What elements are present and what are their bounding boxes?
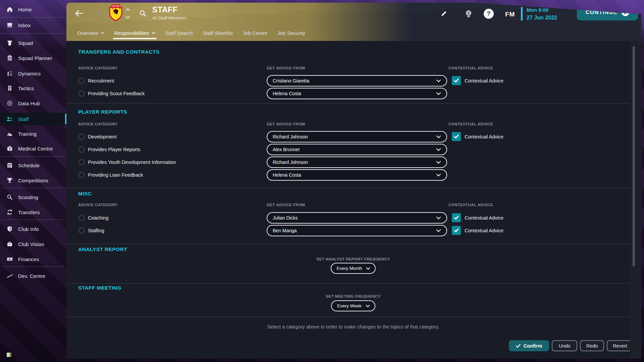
scrollbar-gutter: [630, 41, 641, 359]
advisor-dropdown[interactable]: Julian Dicks: [267, 212, 447, 224]
sidebar-item-inbox[interactable]: Inbox: [0, 19, 66, 32]
tab-job-security[interactable]: Job Security: [277, 25, 305, 41]
tactics-icon: [6, 84, 14, 92]
advisor-dropdown[interactable]: Richard Johnson: [267, 157, 447, 168]
frequency-control-wrap: Every Month: [76, 263, 630, 274]
tab-job-centre[interactable]: Job Centre: [243, 25, 267, 41]
sidebar-item-home[interactable]: Home: [0, 3, 66, 16]
section-title: TRANSFERS AND CONTRACTS: [78, 49, 160, 55]
sidebar-item-label: Club Info: [18, 226, 39, 232]
advisor-name: Cristiano Giaretta: [273, 78, 309, 83]
section-divider: [66, 317, 630, 317]
sidebar-item-dynamics[interactable]: Dynamics: [0, 67, 66, 80]
sidebar-item-label: Inbox: [18, 22, 31, 28]
confirm-button[interactable]: Confirm: [509, 340, 549, 351]
sidebar-item-dev-centre[interactable]: Dev. Centre: [0, 269, 66, 282]
sidebar-item-training[interactable]: Training: [0, 127, 66, 140]
fm-logo[interactable]: FM: [505, 11, 515, 18]
advisor-dropdown[interactable]: Ben Manga: [267, 225, 447, 236]
advice-row: Provides Youth Development Information R…: [78, 156, 623, 169]
tab-responsibilities[interactable]: Responsibilities: [114, 25, 155, 41]
advisor-dropdown[interactable]: Cristiano Giaretta: [267, 75, 447, 86]
undo-button[interactable]: Undo: [552, 340, 577, 351]
redo-button[interactable]: Redo: [580, 340, 604, 351]
contextual-advice-checkbox[interactable]: [452, 213, 461, 222]
chevron-down-icon: [152, 32, 155, 34]
section-divider: [66, 188, 630, 188]
revert-button[interactable]: Revert: [607, 340, 633, 351]
sidebar-item-competitions[interactable]: Competitions: [0, 174, 66, 187]
sidebar-item-label: Schedule: [18, 163, 40, 168]
sidebar-item-club-info[interactable]: Club Info: [0, 223, 66, 235]
forward-button[interactable]: [92, 7, 104, 19]
advice-row: Providing Scout Feedback Helena Costa: [78, 87, 623, 100]
sidebar-item-tactics[interactable]: Tactics: [0, 82, 66, 95]
tab-staff-search[interactable]: Staff Search: [165, 25, 193, 41]
category-radio[interactable]: [78, 215, 85, 221]
sidebar-item-club-vision[interactable]: Club Vision: [0, 238, 66, 250]
advisor-dropdown[interactable]: Helena Costa: [267, 169, 447, 181]
tab-overview[interactable]: Overview: [77, 25, 104, 41]
chevron-down-icon: [366, 305, 370, 307]
frequency-control-wrap: Every Week: [76, 300, 630, 311]
back-button[interactable]: [73, 7, 85, 19]
contextual-advice-checkbox[interactable]: [452, 76, 461, 85]
home-icon: [6, 6, 14, 13]
advisor-dropdown[interactable]: Alex Brunner: [267, 144, 447, 155]
team-switcher[interactable]: [125, 8, 130, 19]
tab-label: Overview: [77, 30, 98, 36]
sidebar-item-label: Data Hub: [18, 101, 40, 106]
sidebar-item-scouting[interactable]: Scouting: [0, 191, 66, 203]
category-radio[interactable]: [78, 159, 85, 166]
help-button[interactable]: ?: [484, 9, 494, 19]
search-button[interactable]: [138, 8, 148, 19]
section-title: ANALYST REPORT: [78, 246, 127, 252]
chevron-down-icon: [436, 229, 441, 232]
sidebar-item-finances[interactable]: Finances: [0, 253, 66, 265]
watford-club-badge[interactable]: WATFORD: [109, 4, 123, 21]
contextual-advice-label: Contextual Advice: [465, 134, 503, 139]
scrollbar-thumb[interactable]: [633, 46, 635, 266]
sidebar-item-transfers[interactable]: Transfers: [0, 206, 66, 219]
sidebar-item-data-hub[interactable]: Data Hub: [0, 97, 66, 110]
advisor-name: Helena Costa: [273, 91, 301, 96]
sidebar-item-squad-planner[interactable]: Squad Planner: [0, 52, 66, 64]
chevron-down-icon: [125, 16, 130, 19]
sidebar-item-staff[interactable]: Staff: [0, 113, 66, 125]
world-icon[interactable]: [463, 8, 474, 19]
tab-label: Responsibilities: [114, 30, 149, 36]
analyst-report-frequency-dropdown[interactable]: Every Month: [331, 263, 376, 274]
sidebar-item-label: Tactics: [18, 85, 34, 91]
sidebar-item-squad[interactable]: Squad: [0, 37, 66, 49]
category-radio[interactable]: [78, 90, 85, 97]
category-radio[interactable]: [78, 77, 85, 84]
tab-label: Staff Search: [165, 30, 193, 36]
chevron-down-icon: [436, 79, 441, 82]
frequency-label: SET ANALYST REPORT FREQUENCY: [317, 257, 390, 261]
contextual-advice-checkbox[interactable]: [452, 226, 461, 235]
sidebar: Home Inbox Squad Squad Planner Dynamics …: [0, 0, 66, 362]
contextual-advice-label: Contextual Advice: [465, 215, 503, 221]
sidebar-divider: [1, 33, 65, 34]
category-radio[interactable]: [78, 172, 85, 178]
page-title: STAFF: [152, 5, 186, 14]
sidebar-item-label: Competitions: [18, 178, 48, 183]
meeting-frequency-dropdown[interactable]: Every Week: [331, 300, 375, 311]
category-radio[interactable]: [78, 133, 85, 140]
edit-icon[interactable]: [438, 8, 449, 19]
advisor-dropdown[interactable]: Richard Johnson: [267, 131, 447, 142]
sidebar-item-schedule[interactable]: Schedule: [0, 159, 66, 172]
tab-staff-shortlist[interactable]: Staff Shortlist: [203, 25, 233, 41]
category-radio[interactable]: [78, 227, 85, 234]
column-header-contextual-advice: CONTEXTUAL ADVICE: [448, 66, 493, 70]
medical-bag-icon: [6, 145, 14, 152]
status-indicator: [7, 353, 11, 357]
advice-row: Staffing Ben Manga Contextual Advice: [78, 224, 623, 237]
contextual-advice-checkbox[interactable]: [452, 132, 461, 141]
advisor-dropdown[interactable]: Helena Costa: [267, 88, 447, 99]
sidebar-item-medical-centre[interactable]: Medical Centre: [0, 142, 66, 155]
advisor-name: Ben Manga: [273, 228, 297, 233]
category-radio[interactable]: [78, 146, 85, 153]
sidebar-item-label: Finances: [18, 256, 39, 262]
chevron-down-icon: [436, 217, 441, 220]
